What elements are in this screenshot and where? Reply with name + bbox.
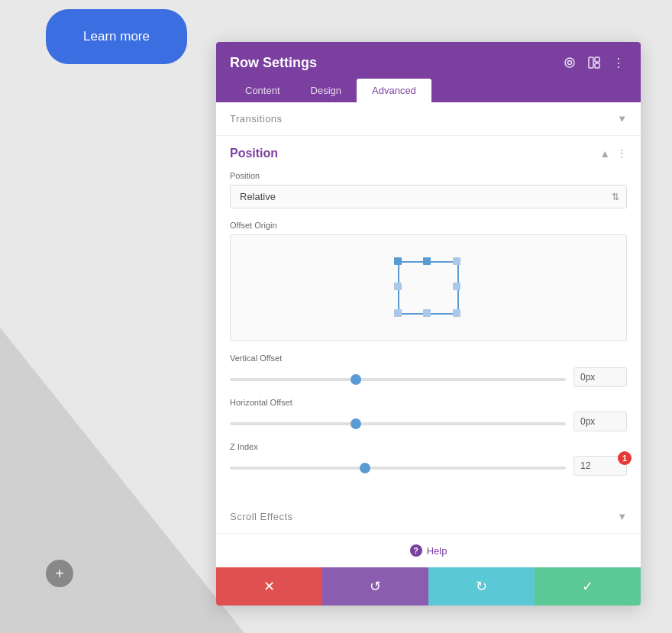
tab-design[interactable]: Design [296, 79, 357, 102]
tab-advanced[interactable]: Advanced [357, 79, 431, 102]
transitions-section: Transitions ▼ [216, 102, 641, 136]
help-icon: ? [410, 544, 422, 557]
transitions-header[interactable]: Transitions ▼ [216, 102, 641, 135]
handle-top-mid[interactable] [423, 257, 431, 265]
plus-icon: + [55, 565, 64, 583]
tab-content[interactable]: Content [230, 79, 296, 102]
z-index-slider-wrapper [230, 459, 566, 473]
offset-origin-grid[interactable] [230, 234, 627, 341]
tabs: Content Design Advanced [230, 79, 627, 102]
horizontal-offset-input[interactable] [573, 412, 627, 431]
scroll-effects-section: Scroll Effects ▼ [216, 500, 641, 534]
redo-icon: ↻ [476, 578, 487, 595]
position-section-icons: ▲ ⋮ [599, 147, 627, 160]
panel-header-top: Row Settings ⋮ [230, 54, 627, 71]
handle-bot-mid[interactable] [423, 309, 431, 317]
horizontal-slider-wrapper [230, 415, 566, 428]
panel-title: Row Settings [230, 55, 317, 71]
bg-decorative-shape [0, 328, 244, 633]
horizontal-offset-label: Horizontal Offset [230, 398, 627, 407]
panel-footer: ✕ ↺ ↻ ✓ [216, 567, 641, 606]
offset-origin-visual [390, 254, 467, 322]
svg-point-0 [565, 58, 574, 67]
transitions-title: Transitions [230, 113, 283, 124]
cancel-icon: ✕ [263, 578, 275, 595]
svg-rect-3 [595, 57, 599, 62]
help-label: Help [427, 545, 447, 557]
scroll-effects-title: Scroll Effects [230, 511, 293, 522]
handle-mid-right[interactable] [453, 283, 460, 290]
row-settings-panel: Row Settings ⋮ [216, 42, 641, 606]
vertical-offset-field: Vertical Offset [230, 354, 627, 387]
learn-more-button[interactable]: Learn more [46, 9, 187, 64]
svg-rect-2 [589, 57, 593, 68]
position-section-title: Position [230, 147, 278, 160]
undo-icon: ↺ [370, 578, 381, 595]
position-more-icon[interactable]: ⋮ [616, 147, 627, 160]
position-label: Position [230, 171, 627, 180]
add-button[interactable]: + [46, 560, 73, 587]
origin-rectangle [398, 261, 459, 315]
cancel-button[interactable]: ✕ [216, 567, 322, 606]
svg-rect-4 [595, 63, 599, 68]
save-icon: ✓ [582, 578, 593, 595]
position-field: Position Default Relative Absolute Fixed… [230, 171, 627, 208]
panel-body: Transitions ▼ Position ▲ ⋮ Position Defa… [216, 102, 641, 567]
redo-button[interactable]: ↻ [428, 567, 535, 606]
handle-top-left[interactable] [394, 257, 402, 265]
panel-header-icons: ⋮ [561, 54, 627, 71]
more-icon[interactable]: ⋮ [610, 54, 627, 71]
save-button[interactable]: ✓ [535, 567, 641, 606]
z-index-badge: 1 [618, 451, 632, 465]
scroll-effects-chevron-icon: ▼ [617, 511, 627, 522]
position-section: Position ▲ ⋮ Position Default Relative A… [216, 136, 641, 500]
horizontal-offset-row [230, 412, 627, 431]
preview-icon[interactable] [561, 54, 578, 71]
help-row[interactable]: ? Help [216, 534, 641, 567]
position-select[interactable]: Default Relative Absolute Fixed Sticky [230, 185, 627, 208]
handle-bot-left[interactable] [394, 309, 402, 317]
z-index-label: Z Index [230, 442, 627, 451]
position-chevron-up-icon[interactable]: ▲ [599, 147, 610, 160]
vertical-offset-row [230, 367, 627, 387]
vertical-offset-slider[interactable] [230, 378, 566, 381]
horizontal-offset-field: Horizontal Offset [230, 398, 627, 431]
z-index-value-wrapper: 1 [573, 456, 627, 476]
offset-origin-label: Offset Origin [230, 221, 627, 230]
layout-icon[interactable] [586, 54, 603, 71]
vertical-offset-input[interactable] [573, 367, 627, 387]
position-select-wrapper: Default Relative Absolute Fixed Sticky ⇅ [230, 185, 627, 208]
position-section-header: Position ▲ ⋮ [230, 147, 627, 160]
handle-mid-left[interactable] [394, 283, 402, 290]
horizontal-offset-slider[interactable] [230, 422, 566, 425]
panel-header: Row Settings ⋮ [216, 42, 641, 102]
transitions-chevron-icon: ▼ [617, 113, 627, 124]
z-index-row: 1 [230, 456, 627, 476]
undo-button[interactable]: ↺ [322, 567, 428, 606]
handle-bot-right[interactable] [453, 309, 460, 317]
handle-top-right[interactable] [453, 257, 460, 265]
vertical-offset-label: Vertical Offset [230, 354, 627, 363]
scroll-effects-header[interactable]: Scroll Effects ▼ [216, 500, 641, 533]
vertical-slider-wrapper [230, 370, 566, 384]
z-index-field: Z Index 1 [230, 442, 627, 476]
z-index-slider[interactable] [230, 467, 566, 470]
svg-point-1 [568, 61, 572, 65]
